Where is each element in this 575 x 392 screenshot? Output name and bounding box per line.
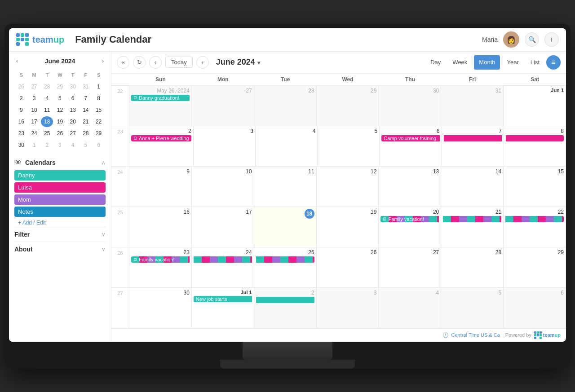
view-day-btn[interactable]: Day (425, 55, 446, 70)
day-cell[interactable]: 8 (504, 126, 566, 166)
day-cell[interactable]: 14 (441, 167, 504, 207)
day-cell[interactable]: 2🗓Anna + Pierre wedding (129, 126, 194, 166)
day-cell[interactable]: 6Camp volunteer training (380, 126, 442, 166)
calendar-item-mom[interactable]: Mom (14, 194, 106, 205)
day-cell[interactable]: 13 (379, 167, 441, 207)
day-cell[interactable]: 5 (441, 288, 504, 328)
mini-cal-day[interactable]: 23 (15, 128, 27, 139)
day-cell[interactable]: 31 (441, 86, 504, 126)
mini-cal-day[interactable]: 3 (54, 140, 66, 150)
calendar-item-luisa[interactable]: Luisa (14, 182, 106, 193)
day-cell[interactable]: 18 (254, 207, 317, 247)
day-cell[interactable]: 27 (192, 86, 254, 126)
filter-toggle[interactable]: ∨ (102, 231, 106, 238)
day-cell[interactable]: 7 (442, 126, 504, 166)
mini-cal-title[interactable]: June 2024 (45, 57, 75, 65)
day-cell[interactable]: 15 (504, 167, 566, 207)
mini-cal-day[interactable]: 27 (67, 128, 79, 139)
mini-cal-day[interactable]: 7 (80, 93, 92, 104)
day-cell[interactable]: 19 (317, 207, 379, 247)
event-bar[interactable]: 🗓Family vacation! (380, 216, 439, 222)
mini-cal-day[interactable]: 14 (80, 105, 92, 115)
day-cell[interactable]: 27 (379, 247, 441, 287)
mini-cal-day[interactable]: 5 (80, 140, 92, 150)
current-month-title[interactable]: June 2024 ▾ (216, 57, 260, 67)
day-cell[interactable]: May 26, 2024🗓Danny graduation! (129, 86, 192, 126)
day-cell[interactable]: 28 (254, 86, 317, 126)
visibility-icon[interactable]: 👁 (14, 159, 22, 167)
mini-cal-day[interactable]: 15 (93, 105, 105, 115)
mini-cal-day[interactable]: 25 (41, 128, 53, 139)
mini-cal-day[interactable]: 17 (28, 116, 40, 127)
day-cell[interactable]: 25 (254, 247, 317, 287)
mini-cal-day[interactable]: 26 (54, 128, 66, 139)
info-button[interactable]: i (544, 32, 559, 47)
mini-cal-day[interactable]: 1 (28, 140, 40, 150)
prev-month-btn[interactable]: ‹ (149, 56, 162, 69)
day-cell[interactable]: 22 (504, 207, 566, 247)
mini-cal-day[interactable]: 6 (67, 93, 79, 104)
about-section[interactable]: About ∨ (14, 242, 106, 256)
event-bar[interactable]: Camp volunteer training (381, 135, 439, 141)
mini-cal-day[interactable]: 9 (15, 105, 27, 115)
day-cell[interactable]: 29 (504, 247, 566, 287)
view-list-btn[interactable]: List (526, 55, 544, 70)
today-button[interactable]: Today (165, 57, 193, 68)
mini-cal-day[interactable]: 26 (15, 81, 27, 92)
filter-section[interactable]: Filter ∨ (14, 227, 106, 242)
mini-cal-day[interactable]: 4 (67, 140, 79, 150)
mini-cal-day[interactable]: 22 (93, 116, 105, 127)
day-cell[interactable]: 30 (379, 86, 441, 126)
mini-cal-day[interactable]: 30 (15, 140, 27, 150)
day-cell[interactable]: 4 (256, 126, 318, 166)
avatar[interactable]: 👩 (503, 31, 519, 48)
view-year-btn[interactable]: Year (502, 55, 523, 70)
mini-cal-day[interactable]: 24 (28, 128, 40, 139)
day-cell[interactable]: 29 (317, 86, 379, 126)
day-cell[interactable]: 21 (441, 207, 504, 247)
mini-cal-day[interactable]: 5 (54, 93, 66, 104)
day-cell[interactable]: 9 (129, 167, 192, 207)
mini-cal-day[interactable]: 12 (54, 105, 66, 115)
mini-cal-day[interactable]: 29 (93, 128, 105, 139)
event-bar[interactable]: 🗓Anna + Pierre wedding (131, 135, 191, 141)
view-month-btn[interactable]: Month (474, 55, 500, 70)
day-cell[interactable]: 2 (254, 288, 317, 328)
day-cell[interactable]: Jun 1 (504, 86, 566, 126)
day-cell[interactable]: 20🗓Family vacation! (379, 207, 441, 247)
search-button[interactable]: 🔍 (525, 32, 539, 47)
mini-cal-day[interactable]: 27 (28, 81, 40, 92)
next-month-btn[interactable]: › (196, 56, 209, 69)
add-edit-calendars[interactable]: + Add / Edit (14, 219, 106, 227)
mini-cal-day[interactable]: 10 (28, 105, 40, 115)
mini-cal-day[interactable]: 28 (41, 81, 53, 92)
mini-cal-day[interactable]: 2 (15, 93, 27, 104)
calendar-item-notes[interactable]: Notes (14, 207, 106, 217)
mini-cal-day[interactable]: 30 (67, 81, 79, 92)
mini-cal-day[interactable]: 28 (80, 128, 92, 139)
day-cell[interactable]: 12 (317, 167, 379, 207)
mini-cal-next[interactable]: › (100, 57, 106, 65)
mini-cal-day[interactable]: 21 (80, 116, 92, 127)
event-bar[interactable]: New job starts (194, 296, 252, 302)
event-bar[interactable]: 🗓Danny graduation! (131, 95, 190, 101)
mini-cal-day[interactable]: 13 (67, 105, 79, 115)
mini-cal-day[interactable]: 19 (54, 116, 66, 127)
mini-cal-day[interactable]: 4 (41, 93, 53, 104)
day-cell[interactable]: 24 (192, 247, 254, 287)
mini-cal-prev[interactable]: ‹ (14, 57, 20, 65)
mini-cal-day[interactable]: 18 (41, 116, 53, 127)
mini-cal-day[interactable]: 11 (41, 105, 53, 115)
mini-cal-day[interactable]: 6 (93, 140, 105, 150)
calendars-toggle[interactable]: ∧ (102, 159, 106, 166)
day-cell[interactable]: 4 (379, 288, 441, 328)
prev-year-btn[interactable]: « (117, 56, 129, 69)
mini-cal-day[interactable]: 3 (28, 93, 40, 104)
day-cell[interactable]: 28 (441, 247, 504, 287)
day-cell[interactable]: 11 (254, 167, 317, 207)
day-cell[interactable]: 3 (194, 126, 256, 166)
day-cell[interactable]: Jul 1New job starts (192, 288, 254, 328)
logo-area[interactable]: teamup (16, 33, 64, 46)
timezone-label[interactable]: Central Time US & Ca (451, 332, 500, 338)
mini-cal-day[interactable]: 1 (93, 81, 105, 92)
